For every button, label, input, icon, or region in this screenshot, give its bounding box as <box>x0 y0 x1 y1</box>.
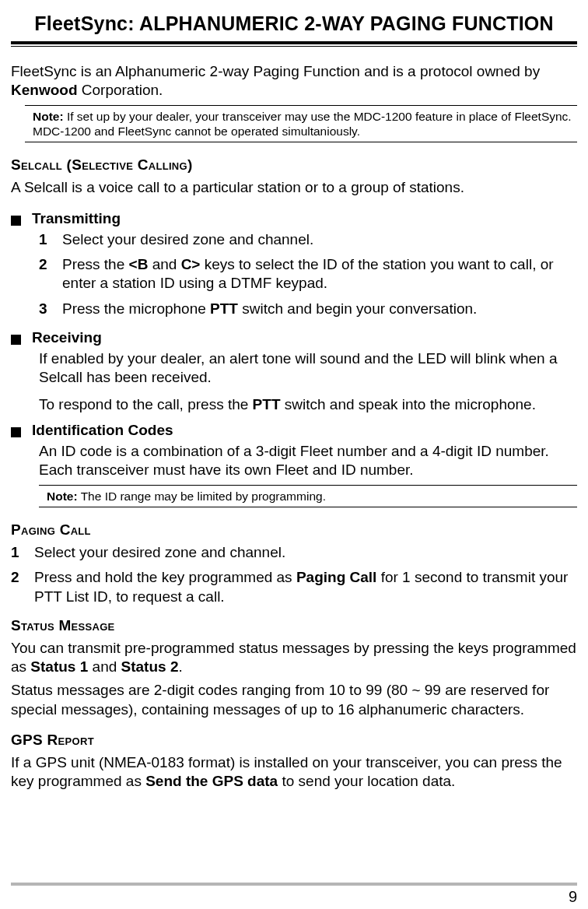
rule-thick <box>11 41 577 44</box>
step-text: Select your desired zone and channel. <box>62 230 313 249</box>
selcall-intro: A Selcall is a voice call to a particula… <box>11 178 577 197</box>
gps-p1: If a GPS unit (NMEA-0183 format) is inst… <box>11 753 577 791</box>
section-title-selcall: Selcall (Selective Calling) <box>11 156 577 174</box>
text-fragment: Press and hold the key programmed as <box>34 569 296 585</box>
note-box-1: Note: If set up by your dealer, your tra… <box>25 105 577 143</box>
note-text: If set up by your dealer, your transceiv… <box>33 110 572 138</box>
transmitting-steps: 1 Select your desired zone and channel. … <box>39 230 577 318</box>
text-fragment: and <box>148 256 180 272</box>
receiving-p1: If enabled by your dealer, an alert tone… <box>39 349 577 388</box>
list-item: 2 Press the <B and C> keys to select the… <box>39 255 577 293</box>
status-p1: You can transmit pre-programmed status m… <box>11 639 577 677</box>
text-fragment: to send your location data. <box>278 773 455 789</box>
rule-thin <box>11 46 577 47</box>
text-fragment: Press the <box>62 256 129 272</box>
page-container: FleetSync: ALPHANUMERIC 2-WAY PAGING FUN… <box>0 0 588 791</box>
intro-text-pre: FleetSync is an Alphanumeric 2-way Pagin… <box>11 63 540 79</box>
square-bullet-icon <box>11 427 21 437</box>
step-text: Press and hold the key programmed as Pag… <box>34 568 577 606</box>
intro-text-post: Corporation. <box>78 82 163 98</box>
section-title-paging: Paging Call <box>11 521 577 539</box>
bullet-transmitting: Transmitting <box>11 210 577 227</box>
receiving-p2: To respond to the call, press the PTT sw… <box>39 395 577 414</box>
step-text: Press the microphone PTT switch and begi… <box>62 300 477 318</box>
bold-fragment: Paging Call <box>296 569 376 585</box>
note-text: The ID range may be limited by programmi… <box>78 490 326 503</box>
note-label: Note: <box>47 490 78 503</box>
bullet-idcodes: Identification Codes <box>11 422 577 439</box>
paging-steps: 1 Select your desired zone and channel. … <box>11 543 577 606</box>
list-item: 3 Press the microphone PTT switch and be… <box>39 300 577 318</box>
bold-fragment: Status 1 <box>30 658 88 675</box>
section-title-gps: GPS Report <box>11 732 577 749</box>
transmitting-label: Transmitting <box>32 210 121 227</box>
bold-fragment: Send the GPS data <box>145 773 278 789</box>
step-number: 3 <box>39 300 50 318</box>
text-fragment: switch and speak into the microphone. <box>281 396 536 412</box>
bold-fragment: PTT <box>210 300 238 317</box>
step-number: 1 <box>39 230 50 249</box>
text-fragment: Press the microphone <box>62 300 210 317</box>
receiving-label: Receiving <box>32 329 102 346</box>
bullet-receiving: Receiving <box>11 329 577 346</box>
bold-fragment: C> <box>181 256 201 272</box>
text-fragment: switch and begin your conversation. <box>238 300 477 317</box>
bold-fragment: PTT <box>253 396 281 412</box>
list-item: 2 Press and hold the key programmed as P… <box>11 568 577 606</box>
square-bullet-icon <box>11 335 21 345</box>
square-bullet-icon <box>11 216 21 226</box>
idcodes-text: An ID code is a combination of a 3-digit… <box>39 442 577 480</box>
section-title-status: Status Message <box>11 617 577 634</box>
bold-fragment: <B <box>129 256 149 272</box>
list-item: 1 Select your desired zone and channel. <box>11 543 577 562</box>
step-text: Select your desired zone and channel. <box>34 543 285 562</box>
text-fragment: and <box>88 658 121 675</box>
list-item: 1 Select your desired zone and channel. <box>39 230 577 249</box>
intro-paragraph: FleetSync is an Alphanumeric 2-way Pagin… <box>11 62 577 100</box>
idcodes-label: Identification Codes <box>32 422 173 439</box>
note-box-2: Note: The ID range may be limited by pro… <box>39 485 577 507</box>
step-number: 2 <box>11 568 22 606</box>
chapter-title: FleetSync: ALPHANUMERIC 2-WAY PAGING FUN… <box>11 12 577 35</box>
footer-rule <box>11 883 577 886</box>
step-number: 2 <box>39 255 50 293</box>
page-number: 9 <box>569 888 577 906</box>
status-p2: Status messages are 2-digit codes rangin… <box>11 681 577 719</box>
note-label: Note: <box>33 110 64 123</box>
text-fragment: To respond to the call, press the <box>39 396 253 412</box>
bold-fragment: Status 2 <box>121 658 179 675</box>
intro-bold: Kenwood <box>11 82 78 98</box>
text-fragment: . <box>178 658 182 675</box>
step-number: 1 <box>11 543 22 562</box>
step-text: Press the <B and C> keys to select the I… <box>62 255 577 293</box>
